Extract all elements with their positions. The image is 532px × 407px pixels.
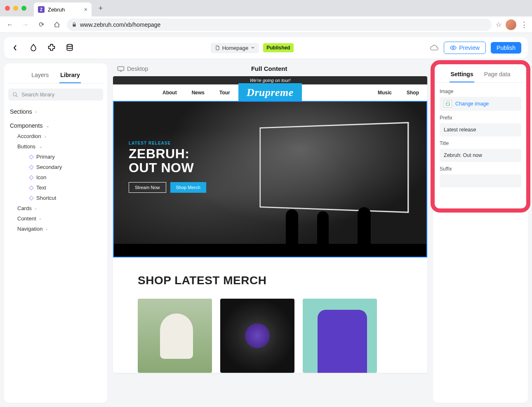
nav-news[interactable]: News [192, 90, 205, 96]
nav-tour[interactable]: Tour [219, 90, 230, 96]
document-icon [215, 45, 220, 51]
tree-accordion[interactable]: Accordion› [16, 131, 103, 141]
tree-content[interactable]: Content› [16, 213, 103, 224]
reload-button[interactable]: ⟳ [35, 19, 47, 30]
lock-icon [72, 22, 77, 27]
hero-stream-button[interactable]: Stream Now [129, 182, 166, 193]
bookmark-icon[interactable]: ☆ [496, 21, 501, 28]
page-selector[interactable]: Homepage [211, 43, 259, 53]
window-minimize-icon[interactable] [13, 6, 18, 11]
nav-about[interactable]: About [162, 90, 177, 96]
field-label-prefix: Prefix [440, 115, 521, 121]
chevron-right-icon: › [40, 216, 41, 221]
publish-button[interactable]: Publish [491, 42, 521, 54]
page-name: Homepage [222, 45, 249, 51]
browser-tab[interactable]: Z Zebruh × [34, 2, 92, 16]
tree-button-icon[interactable]: Icon [28, 172, 103, 182]
tree-buttons[interactable]: Buttons⌄ [16, 141, 103, 152]
browser-titlebar: Z Zebruh × + [0, 0, 532, 16]
canvas-preview[interactable]: We're going on tour! About News Tour Dru… [113, 76, 427, 373]
tab-title: Zebruh [48, 7, 65, 13]
hero-section[interactable]: Hero LATEST RELEASE ZEBRUH: OUT NOW [113, 101, 427, 257]
tree-button-text[interactable]: Text [28, 182, 103, 193]
right-panel-tabs: Settings Page data [433, 67, 528, 83]
sections-group[interactable]: Sections › [8, 106, 103, 117]
component-icon [29, 196, 33, 200]
component-icon [29, 165, 33, 169]
status-badge: Published [263, 43, 293, 52]
app-toolbar: Homepage Published Preview Publish [4, 37, 528, 58]
right-panel: Settings Page data Image Change image Pr… [433, 63, 528, 403]
site-navigation: About News Tour Drupreme Music Shop [113, 84, 427, 101]
tab-layers[interactable]: Layers [31, 69, 49, 83]
search-icon [12, 92, 18, 98]
component-icon [29, 185, 33, 190]
search-input[interactable]: Search library [8, 89, 103, 101]
image-thumb-icon [444, 100, 452, 108]
canvas-header: Desktop Full Content [113, 63, 427, 76]
chevron-right-icon: › [35, 109, 37, 114]
tree-cards[interactable]: Cards› [16, 203, 103, 213]
merch-section: SHOP LATEST MERCH [113, 257, 427, 373]
title-input[interactable]: Zebruh: Out now [440, 149, 521, 162]
left-panel-tabs: Layers Library [8, 69, 103, 84]
svg-point-0 [67, 44, 72, 47]
back-button[interactable]: ← [4, 19, 16, 30]
component-icon [29, 175, 33, 180]
field-label-suffix: Suffix [440, 166, 521, 172]
tree-button-primary[interactable]: Primary [28, 152, 103, 162]
tab-settings[interactable]: Settings [450, 69, 474, 82]
forward-button[interactable]: → [20, 19, 31, 30]
window-maximize-icon[interactable] [21, 6, 26, 11]
browser-chrome: Z Zebruh × + ← → ⟳ www.zebruh.com/xb/hom… [0, 0, 532, 33]
chevron-right-icon: › [35, 206, 37, 211]
tree-button-shortcut[interactable]: Shortcut [28, 193, 103, 203]
nav-music[interactable]: Music [378, 90, 392, 96]
chevron-down-icon: ⌄ [39, 144, 42, 149]
profile-avatar[interactable] [506, 19, 516, 30]
merch-item-beanie[interactable] [138, 299, 212, 373]
brand-logo[interactable]: Drupreme [238, 83, 302, 102]
component-icon [29, 154, 33, 159]
url-text: www.zebruh.com/xb/homepage [80, 21, 160, 28]
tree-navigation[interactable]: Navigation› [16, 224, 103, 234]
prefix-input[interactable]: Latest release [440, 123, 521, 136]
drupal-icon[interactable] [29, 43, 38, 52]
eye-icon [450, 45, 457, 50]
hero-shop-button[interactable]: Shop Merch [170, 182, 206, 193]
suffix-input[interactable] [440, 174, 521, 187]
database-icon[interactable] [65, 43, 74, 52]
tree-button-secondary[interactable]: Secondary [28, 162, 103, 172]
field-label-title: Title [440, 140, 521, 146]
tab-close-icon[interactable]: × [84, 6, 87, 13]
tab-page-data[interactable]: Page data [483, 69, 511, 82]
preview-button[interactable]: Preview [444, 42, 486, 54]
change-image-button[interactable]: Change image [440, 97, 521, 111]
extension-icon[interactable] [47, 43, 56, 52]
favicon-icon: Z [38, 6, 45, 13]
svg-point-2 [13, 92, 16, 96]
hero-prefix: LATEST RELEASE [129, 141, 206, 145]
merch-item-vinyl[interactable] [220, 299, 294, 373]
merch-item-hoodie[interactable] [303, 299, 377, 373]
nav-shop[interactable]: Shop [407, 90, 419, 96]
cloud-sync-icon[interactable] [430, 44, 439, 51]
svg-rect-3 [118, 66, 124, 70]
window-close-icon[interactable] [5, 6, 10, 11]
traffic-lights [5, 6, 26, 11]
url-input[interactable]: www.zebruh.com/xb/homepage [67, 19, 492, 31]
new-tab-button[interactable]: + [95, 2, 106, 14]
components-group[interactable]: Components ⌄ [8, 120, 103, 131]
desktop-icon [117, 66, 125, 72]
field-label-image: Image [440, 89, 521, 94]
merch-title: SHOP LATEST MERCH [138, 274, 403, 287]
hero-content: LATEST RELEASE ZEBRUH: OUT NOW Stream No… [129, 141, 206, 193]
tab-library[interactable]: Library [59, 69, 80, 83]
browser-menu-icon[interactable]: ⋮ [520, 20, 528, 29]
hero-title: ZEBRUH: OUT NOW [129, 147, 206, 175]
home-button[interactable] [51, 19, 63, 30]
chevron-right-icon: › [45, 134, 46, 139]
device-selector[interactable]: Desktop [117, 65, 148, 72]
chevron-down-icon [251, 46, 255, 50]
back-chevron-icon[interactable] [11, 43, 20, 52]
